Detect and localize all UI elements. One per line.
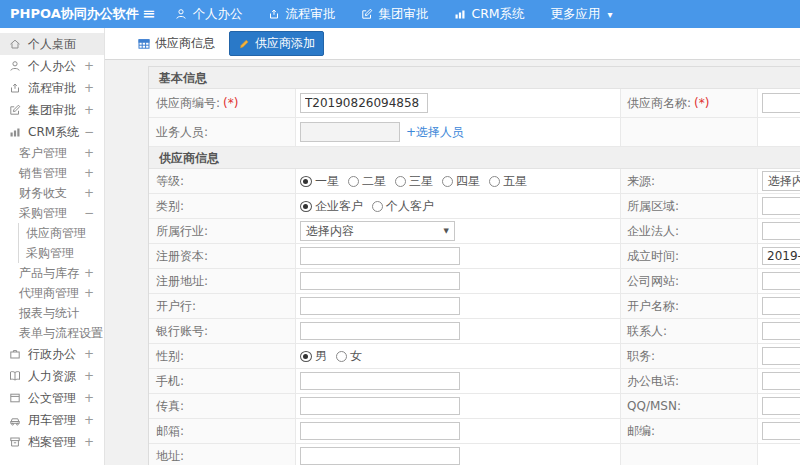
- level-radio-0[interactable]: 一星: [300, 173, 339, 190]
- expand-plus-icon[interactable]: +: [84, 347, 96, 361]
- topnav-crm-system[interactable]: CRM系统: [454, 6, 524, 23]
- sidebar-item-archive-mgmt[interactable]: 档案管理+: [0, 431, 104, 453]
- sidebar-item-admin-office[interactable]: 行政办公+: [0, 343, 104, 365]
- sidebar-item-label: 集团审批: [28, 102, 76, 119]
- account-name-input[interactable]: [762, 297, 800, 315]
- topnav-workflow-approval[interactable]: 流程审批: [268, 6, 335, 23]
- fax-input[interactable]: [300, 397, 460, 415]
- field-label-text: 办公电话:: [627, 373, 679, 390]
- industry-select[interactable]: 选择内容▼: [300, 221, 455, 241]
- office-phone-input[interactable]: [762, 372, 800, 390]
- company-website-label: 公司网站:: [621, 269, 758, 293]
- level-radio-4[interactable]: 五星: [489, 173, 527, 190]
- collapse-minus-icon[interactable]: −: [84, 125, 96, 139]
- gender-radio-0[interactable]: 男: [300, 348, 327, 365]
- category-radio-1[interactable]: 个人客户: [372, 198, 434, 215]
- radio-icon[interactable]: [442, 176, 453, 187]
- sidebar-item-sales-mgmt[interactable]: 销售管理+: [0, 163, 104, 183]
- topnav-group-approval[interactable]: 集团审批: [361, 6, 428, 23]
- contact-person-input[interactable]: [762, 322, 800, 340]
- radio-icon[interactable]: [372, 201, 383, 212]
- expand-plus-icon[interactable]: +: [84, 435, 96, 449]
- sidebar-item-workflow-approval[interactable]: 流程审批+: [0, 77, 104, 99]
- sidebar-item-product-inventory[interactable]: 产品与库存+: [0, 263, 104, 283]
- email-input[interactable]: [300, 422, 460, 440]
- sidebar-item-label: 报表与统计: [19, 305, 79, 322]
- topnav-more-apps[interactable]: 更多应用▾: [551, 6, 613, 23]
- expand-plus-icon[interactable]: +: [84, 186, 96, 200]
- expand-plus-icon[interactable]: +: [84, 413, 96, 427]
- sidebar-item-form-workflow-settings[interactable]: 表单与流程设置+: [0, 323, 104, 343]
- registered-address-input[interactable]: [300, 272, 460, 290]
- zip-code-field: [758, 419, 800, 443]
- sidebar-item-label: 采购管理: [26, 245, 74, 262]
- sidebar-item-finance-income-expense[interactable]: 财务收支+: [0, 183, 104, 203]
- founded-date-input[interactable]: [762, 247, 800, 265]
- legal-person-label: 企业法人:: [621, 219, 758, 243]
- expand-plus-icon[interactable]: +: [84, 391, 96, 405]
- sidebar-item-group-approval[interactable]: 集团审批+: [0, 99, 104, 121]
- sidebar-item-document-mgmt[interactable]: 公文管理+: [0, 387, 104, 409]
- region-input[interactable]: [762, 197, 800, 215]
- sidebar-item-agent-mgmt[interactable]: 代理商管理+: [0, 283, 104, 303]
- expand-plus-icon[interactable]: +: [84, 286, 96, 300]
- supplier-code-input[interactable]: [300, 93, 428, 113]
- job-title-input[interactable]: [762, 347, 800, 365]
- hamburger-icon[interactable]: ≡: [142, 6, 155, 22]
- radio-label: 五星: [503, 173, 527, 190]
- sidebar-item-label: 表单与流程设置: [19, 325, 103, 342]
- expand-plus-icon[interactable]: +: [84, 59, 96, 73]
- level-radio-2[interactable]: 三星: [395, 173, 433, 190]
- collapse-minus-icon[interactable]: −: [84, 206, 96, 220]
- address-input[interactable]: [300, 447, 460, 465]
- radio-icon[interactable]: [300, 351, 312, 362]
- field-label-text: 企业法人:: [627, 223, 679, 240]
- category-radio-0[interactable]: 企业客户: [300, 198, 363, 215]
- expand-plus-icon[interactable]: +: [84, 266, 96, 280]
- source-select[interactable]: 选择内容▼: [762, 171, 800, 191]
- required-marker: (*): [694, 96, 709, 110]
- radio-icon[interactable]: [489, 176, 500, 187]
- gender-radio-1[interactable]: 女: [336, 348, 362, 365]
- level-radio-3[interactable]: 四星: [442, 173, 480, 190]
- topnav-personal-office[interactable]: 个人办公: [175, 6, 242, 23]
- expand-plus-icon[interactable]: +: [84, 146, 96, 160]
- radio-icon[interactable]: [300, 176, 312, 187]
- sidebar-item-customer-mgmt[interactable]: 客户管理+: [0, 143, 104, 163]
- radio-icon[interactable]: [348, 176, 359, 187]
- mobile-input[interactable]: [300, 372, 460, 390]
- sales-person-input[interactable]: [300, 122, 400, 142]
- sidebar-item-personal-office[interactable]: 个人办公+: [0, 55, 104, 77]
- tab-supplier-add[interactable]: 供应商添加: [229, 31, 324, 56]
- expand-plus-icon[interactable]: +: [84, 103, 96, 117]
- topnav-label: 流程审批: [285, 6, 335, 23]
- tab-supplier-info[interactable]: 供应商信息: [130, 32, 223, 55]
- expand-plus-icon[interactable]: +: [84, 81, 96, 95]
- legal-person-input[interactable]: [762, 222, 800, 240]
- level-radio-1[interactable]: 二星: [348, 173, 386, 190]
- empty-field: [758, 444, 800, 465]
- field-label-text: 注册地址:: [156, 273, 208, 290]
- supplier-name-input[interactable]: [762, 93, 800, 113]
- radio-icon[interactable]: [395, 176, 406, 187]
- expand-plus-icon[interactable]: +: [84, 166, 96, 180]
- qq-msn-input[interactable]: [762, 397, 800, 415]
- sidebar-item-purchase-mgmt[interactable]: 采购管理−: [0, 203, 104, 223]
- radio-icon[interactable]: [336, 351, 347, 362]
- sidebar-item-reports-stats[interactable]: 报表与统计: [0, 303, 104, 323]
- sidebar-item-vehicle-mgmt[interactable]: 用车管理+: [0, 409, 104, 431]
- sidebar-item-human-resources[interactable]: 人力资源+: [0, 365, 104, 387]
- field-label-text: 来源:: [627, 173, 655, 190]
- bank-account-input[interactable]: [300, 322, 460, 340]
- company-website-input[interactable]: [762, 272, 800, 290]
- bank-branch-input[interactable]: [300, 297, 460, 315]
- sidebar-item-supplier-mgmt[interactable]: 供应商管理: [0, 223, 104, 243]
- sidebar-item-purchase-mgmt-sub[interactable]: 采购管理: [0, 243, 104, 263]
- expand-plus-icon[interactable]: +: [84, 369, 96, 383]
- registered-capital-input[interactable]: [300, 247, 460, 265]
- sidebar-item-crm-system[interactable]: CRM系统−: [0, 121, 104, 143]
- zip-code-input[interactable]: [762, 422, 800, 440]
- sidebar-item-personal-desktop[interactable]: 个人桌面: [0, 33, 104, 55]
- sales-person-picker-link[interactable]: +选择人员: [406, 124, 464, 141]
- radio-icon[interactable]: [300, 201, 312, 212]
